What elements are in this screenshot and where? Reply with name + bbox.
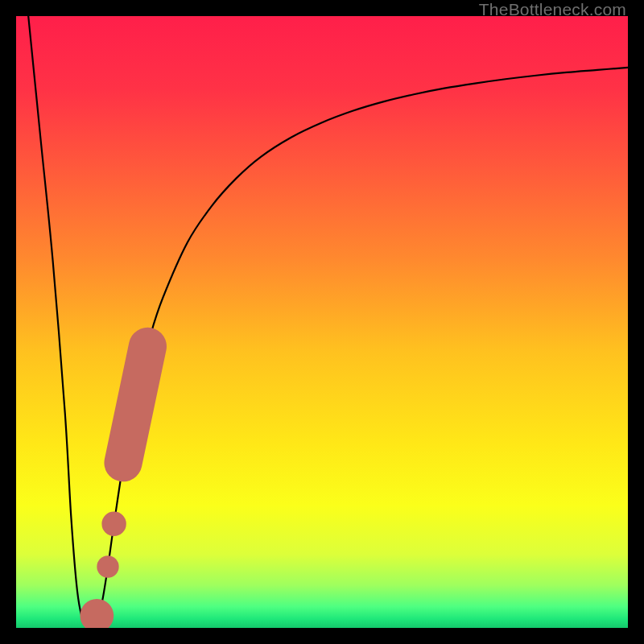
marker-group [80,346,147,628]
marker-dot-3 [80,599,114,628]
marker-thick-segment [123,346,147,462]
curve-layer [16,16,628,628]
marker-dot-1 [101,512,126,536]
chart-frame: TheBottleneck.com [0,0,644,644]
plot-area [16,16,628,628]
marker-dot-2 [97,555,118,577]
